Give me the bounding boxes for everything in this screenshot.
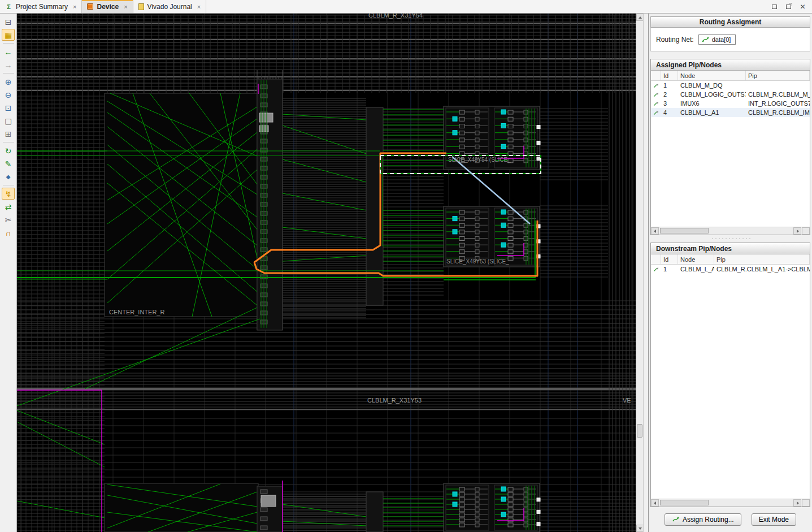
refresh-icon[interactable]: ↻ [2,145,15,157]
pip-icon [653,91,659,98]
device-icon [87,3,93,10]
toolbar-separator [3,142,14,142]
route-icon[interactable]: ↯ [2,188,15,200]
net-icon [702,36,709,43]
panel-title: Routing Assigment [650,16,810,28]
routing-resources-icon[interactable]: ▦ [2,29,15,41]
exit-mode-button[interactable]: Exit Mode [752,513,796,526]
toolbar-separator [3,43,14,44]
select-area-icon[interactable]: ▢ [2,115,15,127]
tab-device[interactable]: Device × [82,0,133,13]
zoom-fit-icon[interactable]: ⊡ [2,102,15,114]
marker-icon[interactable]: ◆ [2,171,15,183]
slice-label-top: SLICE_X49Y54 (SLICE_ [448,157,511,163]
pip-icon [653,82,659,89]
section-title: Downstream Pip/Nodes [651,243,810,254]
horizontal-scrollbar[interactable] [651,499,810,507]
tab-label: Vivado Journal [147,3,192,11]
table-row[interactable]: 3 IMUX6 INT_R.LOGIC_OUTS7- [651,99,810,108]
tile-label-right-clipped: VE [623,397,631,404]
tab-label: Device [97,3,119,11]
scroll-left-icon[interactable] [651,499,659,507]
table-row[interactable]: 1 CLBLM_M_DQ [651,81,810,90]
scroll-corner-grip[interactable] [802,499,810,507]
zoom-in-icon[interactable]: ⊕ [2,76,15,88]
routing-assignment-panel: Routing Assigment Routing Net: data[0] A… [648,14,812,532]
downstream-pip-nodes-section: Downstream Pip/Nodes Id Node Pip 1 CLBLM… [650,243,810,507]
horizontal-scrollbar[interactable] [651,227,810,235]
pip-icon [653,109,659,116]
assigned-pip-nodes-section: Assigned Pip/Nodes Id Node Pip 1 CLBLM_M… [650,59,810,235]
tile-label-top: CLBLM_R_X31Y54 [368,14,423,19]
device-canvas[interactable]: CLBLM_R_X31Y54 CENTER_INTER_R CLBLM_R_X3… [17,14,636,532]
scroll-right-icon[interactable] [793,227,801,235]
restore-button[interactable] [771,3,778,10]
routing-net-row: Routing Net: data[0] [650,28,810,51]
routing-net-label: Routing Net: [656,36,694,44]
zoom-out-icon[interactable]: ⊖ [2,89,15,101]
horizontal-scroll-thumb[interactable] [660,500,709,505]
horizontal-scroll-thumb[interactable] [660,228,709,233]
table-body [651,274,810,499]
slice-label-bottom: SLICE_X49Y53 (SLICE_ [446,258,509,265]
tile-label-clblm: CLBLM_R_X31Y53 [367,397,422,404]
tab-project-summary[interactable]: Σ Project Summary × [0,0,82,13]
panel-splitter[interactable] [643,14,648,532]
table-row[interactable]: 1 CLBLM_L_A CLBLM_R.CLBLM_L_A1->CLBLM [651,265,810,274]
scroll-left-icon[interactable] [651,227,659,235]
project-summary-icon: Σ [5,3,12,10]
pip-icon [653,266,659,273]
float-button[interactable] [785,3,792,10]
assign-routing-icon [672,516,679,523]
scroll-track[interactable] [659,499,793,507]
section-splitter[interactable] [650,235,810,243]
journal-icon [138,3,144,10]
scroll-right-icon[interactable] [793,499,801,507]
scroll-track[interactable] [659,227,793,235]
dock-window-icon[interactable]: ⊟ [2,16,15,28]
magnet-icon[interactable]: ∩ [2,227,15,239]
table-header: Id Node Pip [651,71,810,81]
routing-net-value: data[0] [712,36,731,43]
tab-label: Project Summary [16,3,68,11]
unroute-icon[interactable]: ✂ [2,214,15,226]
panel-button-row: Assign Routing... Exit Mode [650,507,810,527]
toolbar-separator [3,185,14,185]
tab-close-icon[interactable]: × [124,3,127,10]
tab-close-icon[interactable]: × [73,3,76,10]
table-header: Id Node Pip [651,254,810,265]
tab-close-icon[interactable]: × [197,3,201,10]
tile-label-center-inter: CENTER_INTER_R [109,309,164,315]
previous-icon[interactable]: ← [2,46,15,58]
table-row[interactable]: 4 CLBLM_L_A1 CLBLM_R.CLBLM_IML [651,108,810,117]
tab-vivado-journal[interactable]: Vivado Journal × [133,0,207,13]
window-controls: ✕ [771,0,812,13]
canvas-vertical-scrollbar[interactable] [636,14,643,532]
table-row[interactable]: 2 CLBLM_LOGIC_OUTS7 CLBLM_R.CLBLM_M_D [651,90,810,99]
vertical-scroll-thumb[interactable] [637,424,642,438]
swap-route-icon[interactable]: ⇄ [2,201,15,213]
routing-net-chip[interactable]: data[0] [698,34,736,45]
fit-selection-icon[interactable]: ⊞ [2,128,15,140]
next-icon[interactable]: → [2,59,15,71]
assign-routing-button[interactable]: Assign Routing... [665,513,741,526]
close-button[interactable]: ✕ [799,3,806,10]
section-title: Assigned Pip/Nodes [651,59,810,71]
scroll-corner-grip[interactable] [802,227,810,235]
tab-bar: Σ Project Summary × Device × Vivado Jour… [0,0,812,14]
toolbar-separator [3,73,14,73]
device-toolbar: ⊟ ▦ ← → ⊕ ⊖ ⊡ ▢ ⊞ ↻ ✎ ◆ ↯ ⇄ ✂ ∩ [0,14,17,532]
pip-icon [653,100,659,107]
edit-properties-icon[interactable]: ✎ [2,158,15,170]
device-canvas-area: CLBLM_R_X31Y54 CENTER_INTER_R CLBLM_R_X3… [17,14,636,532]
table-body [651,117,810,227]
